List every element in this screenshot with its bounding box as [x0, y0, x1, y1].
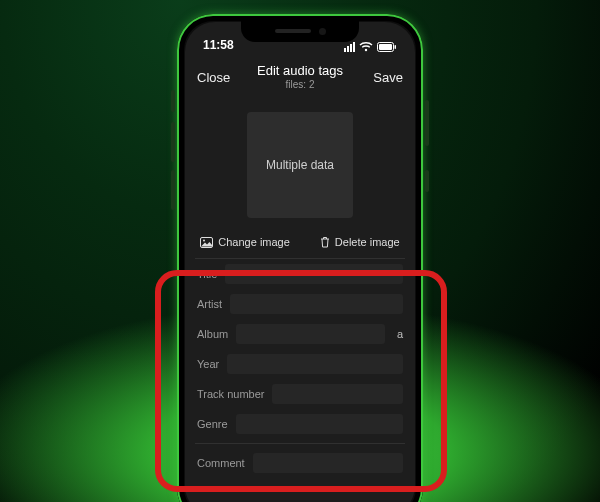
- phone-side-button: [171, 122, 175, 162]
- field-genre: Genre: [185, 409, 415, 439]
- trash-icon: [320, 236, 330, 248]
- comment-input[interactable]: [253, 453, 403, 473]
- album-artwork-placeholder[interactable]: Multiple data: [247, 112, 353, 218]
- svg-point-0: [365, 49, 367, 51]
- nav-title: Edit audio tags: [237, 64, 363, 79]
- battery-icon: [377, 42, 397, 52]
- album-value: a: [393, 328, 403, 340]
- tag-form: Title Artist Album a Year Track number: [185, 259, 415, 478]
- screen: 11:58: [185, 22, 415, 502]
- front-camera: [319, 28, 326, 35]
- phone-notch: [241, 20, 359, 42]
- delete-image-button[interactable]: Delete image: [320, 236, 400, 248]
- save-button[interactable]: Save: [363, 70, 403, 85]
- nav-title-block: Edit audio tags files: 2: [237, 64, 363, 90]
- field-album: Album a: [185, 319, 415, 349]
- artwork-zone: Multiple data: [185, 112, 415, 218]
- close-button[interactable]: Close: [197, 70, 237, 85]
- image-icon: [200, 237, 213, 248]
- phone-frame: 11:58: [177, 14, 423, 502]
- svg-rect-2: [379, 44, 392, 50]
- title-input[interactable]: [225, 264, 403, 284]
- genre-input[interactable]: [236, 414, 403, 434]
- nav-subtitle: files: 2: [237, 79, 363, 91]
- year-input[interactable]: [227, 354, 403, 374]
- artwork-placeholder-text: Multiple data: [266, 158, 334, 172]
- field-year: Year: [185, 349, 415, 379]
- phone-side-button: [171, 170, 175, 210]
- cellular-signal-icon: [344, 42, 355, 52]
- phone-side-button: [425, 170, 429, 192]
- phone-side-button: [171, 90, 175, 112]
- field-title: Title: [185, 259, 415, 289]
- status-indicators: [344, 42, 397, 52]
- field-artist: Artist: [185, 289, 415, 319]
- change-image-label: Change image: [218, 236, 290, 248]
- delete-image-label: Delete image: [335, 236, 400, 248]
- divider: [195, 443, 405, 444]
- change-image-button[interactable]: Change image: [200, 236, 290, 248]
- artist-input[interactable]: [230, 294, 403, 314]
- speaker-slot: [275, 29, 311, 33]
- track-number-label: Track number: [197, 388, 264, 400]
- status-time: 11:58: [203, 38, 234, 52]
- phone-side-button: [425, 100, 429, 146]
- comment-label: Comment: [197, 457, 245, 469]
- title-label: Title: [197, 268, 217, 280]
- svg-point-5: [203, 239, 205, 241]
- track-number-input[interactable]: [272, 384, 403, 404]
- album-input[interactable]: [236, 324, 385, 344]
- image-actions: Change image Delete image: [185, 236, 415, 258]
- year-label: Year: [197, 358, 219, 370]
- artist-label: Artist: [197, 298, 222, 310]
- genre-label: Genre: [197, 418, 228, 430]
- nav-bar: Close Edit audio tags files: 2 Save: [185, 60, 415, 94]
- album-label: Album: [197, 328, 228, 340]
- wifi-icon: [359, 42, 373, 52]
- field-comment: Comment: [185, 448, 415, 478]
- field-track-number: Track number: [185, 379, 415, 409]
- svg-rect-3: [395, 45, 397, 49]
